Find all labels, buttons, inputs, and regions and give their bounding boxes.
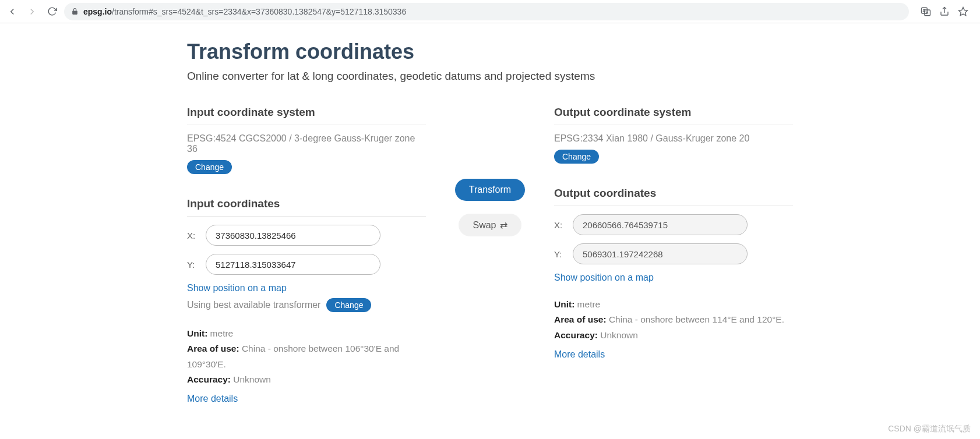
output-y-label: Y: [554,249,565,259]
back-button[interactable] [5,4,20,19]
input-show-map-link[interactable]: Show position on a map [187,283,287,293]
swap-button[interactable]: Swap ⇄ [459,214,521,236]
output-more-details-link[interactable]: More details [554,346,605,362]
output-meta: Unit: metre Area of use: China - onshore… [554,297,793,367]
output-x-label: X: [554,220,565,230]
input-y-field[interactable] [206,254,380,275]
swap-label: Swap [473,220,496,231]
input-system-heading: Input coordinate system [187,106,426,125]
output-crs-name: EPSG:2334 Xian 1980 / Gauss-Kruger zone … [554,133,749,144]
input-column: Input coordinate system EPSG:4524 CGCS20… [187,106,426,412]
forward-button[interactable] [24,4,40,19]
reload-button[interactable] [44,4,59,19]
input-more-details-link[interactable]: More details [187,391,238,406]
share-icon[interactable] [939,6,950,17]
input-meta: Unit: metre Area of use: China - onshore… [187,326,426,412]
url-text: epsg.io/transform#s_srs=4524&t_srs=2334&… [83,7,406,16]
input-x-field[interactable] [206,225,380,246]
address-bar[interactable]: epsg.io/transform#s_srs=4524&t_srs=2334&… [64,3,909,20]
output-y-value: 5069301.197242268 [573,243,748,264]
svg-marker-3 [959,7,968,15]
output-coords-heading: Output coordinates [554,187,793,206]
transformer-change-button[interactable]: Change [326,298,371,312]
transformer-note: Using best available transformer [187,300,320,310]
star-icon[interactable] [958,6,968,17]
lock-icon [71,8,79,15]
watermark: CSDN @霸道流氓气质 [888,424,971,434]
actions-column: Transform Swap ⇄ [443,106,537,236]
page-title: Transform coordinates [187,40,793,64]
input-coords-heading: Input coordinates [187,197,426,217]
page-subtitle: Online converter for lat & long coordina… [187,70,793,83]
swap-icon: ⇄ [500,220,507,231]
output-x-value: 20660566.764539715 [573,214,748,235]
transform-button[interactable]: Transform [455,179,525,201]
input-x-label: X: [187,231,198,240]
output-system-heading: Output coordinate system [554,106,793,125]
browser-toolbar: epsg.io/transform#s_srs=4524&t_srs=2334&… [0,0,980,23]
input-y-label: Y: [187,260,198,270]
output-crs-change-button[interactable]: Change [554,150,599,164]
output-column: Output coordinate system EPSG:2334 Xian … [554,106,793,367]
input-crs-change-button[interactable]: Change [187,160,232,174]
input-crs-name: EPSG:4524 CGCS2000 / 3-degree Gauss-Krug… [187,133,426,154]
translate-icon[interactable] [921,6,931,17]
output-show-map-link[interactable]: Show position on a map [554,272,654,283]
